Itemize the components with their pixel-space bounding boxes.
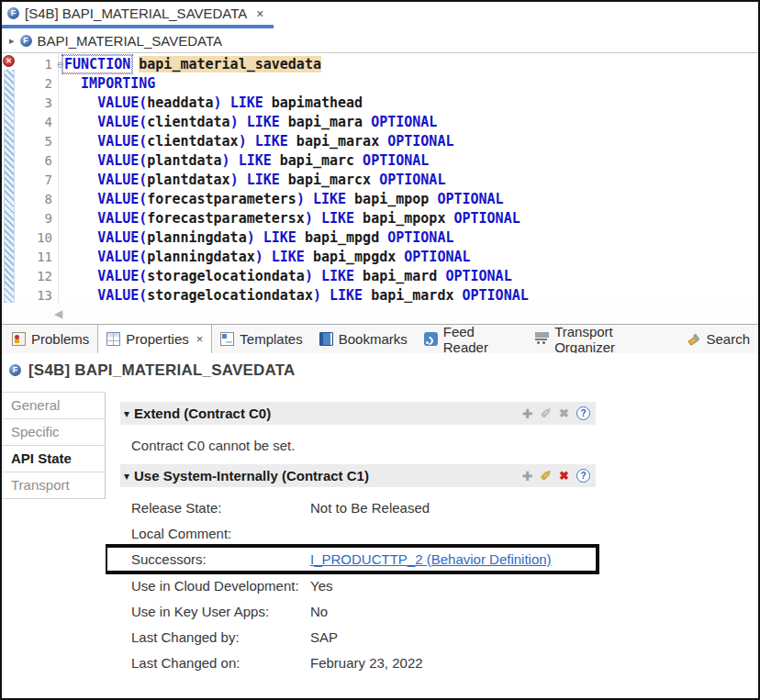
delete-icon[interactable]: ✖ xyxy=(559,470,569,482)
breadcrumb-label[interactable]: BAPI_MATERIAL_SAVEDATA xyxy=(38,33,222,49)
code-token: IMPORTING xyxy=(81,75,155,92)
breadcrumb-expand-icon[interactable]: ▸ xyxy=(9,35,15,47)
close-icon[interactable]: × xyxy=(256,6,263,21)
successor-link[interactable]: I_PRODUCTTP_2 (Behavior Definition) xyxy=(310,551,552,567)
tab-problems[interactable]: Problems xyxy=(4,325,97,353)
sidebar-item-api-state[interactable]: API State xyxy=(2,445,105,472)
section-header[interactable]: ▾Extend (Contract C0)✚✐✖? xyxy=(120,402,596,425)
code-token xyxy=(64,94,97,111)
sidebar-item-specific[interactable]: Specific xyxy=(2,418,105,445)
editor-horizontal-scrollbar[interactable]: ◀ xyxy=(2,303,758,325)
editor-tab-bapi-material-savedata[interactable]: F [S4B] BAPI_MATERIAL_SAVEDATA × xyxy=(2,2,274,28)
tab-templates[interactable]: Templates xyxy=(212,325,310,353)
code-token: ) xyxy=(255,249,263,265)
collapse-triangle-icon[interactable]: ▾ xyxy=(124,407,129,420)
close-icon[interactable]: × xyxy=(196,332,204,346)
code-token: FUNCTION xyxy=(62,55,132,73)
tab-properties[interactable]: Properties× xyxy=(97,325,212,353)
code-text-area[interactable]: FUNCTION bapi_material_savedata IMPORTIN… xyxy=(58,53,758,303)
code-line[interactable]: VALUE(clientdata) LIKE bapi_mara OPTIONA… xyxy=(64,113,758,132)
code-token: clientdata xyxy=(147,114,229,130)
editor-tab-label: [S4B] BAPI_MATERIAL_SAVEDATA xyxy=(25,6,247,21)
tab-feed-reader[interactable]: Feed Reader xyxy=(416,325,527,353)
code-line[interactable]: VALUE(plantdata) LIKE bapi_marc OPTIONAL xyxy=(64,151,758,171)
line-number: 2 xyxy=(16,74,52,94)
properties-title: [S4B] BAPI_MATERIAL_SAVEDATA xyxy=(28,361,296,380)
tab-transport-organizer[interactable]: Transport Organizer xyxy=(527,325,678,353)
code-token: OPTIONAL xyxy=(379,133,453,150)
code-token: VALUE( xyxy=(97,191,147,207)
code-line[interactable]: VALUE(planningdata) LIKE bapi_mpgd OPTIO… xyxy=(64,228,758,248)
collapse-triangle-icon[interactable]: ▾ xyxy=(124,470,129,483)
code-token: LIKE xyxy=(239,152,272,169)
error-icon[interactable]: ✕ xyxy=(3,55,15,67)
code-token: OPTIONAL xyxy=(429,191,503,207)
feed-icon xyxy=(424,332,438,346)
code-token: plantdatax xyxy=(147,172,229,188)
code-token: VALUE( xyxy=(97,249,147,265)
code-token xyxy=(313,268,321,284)
property-label: Last Changed on: xyxy=(131,655,310,671)
code-line[interactable]: FUNCTION bapi_material_savedata xyxy=(64,55,758,74)
code-line[interactable]: VALUE(forecastparametersx) LIKE bapi_mpo… xyxy=(64,209,758,228)
code-line[interactable]: VALUE(headdata) LIKE bapimathead xyxy=(64,94,758,113)
code-token xyxy=(255,229,263,246)
code-token: OPTIONAL xyxy=(363,114,437,130)
line-number: 10 xyxy=(16,228,52,248)
code-token: planningdatax xyxy=(147,249,254,265)
tab-label: Problems xyxy=(31,331,89,347)
code-token xyxy=(64,268,97,284)
code-token xyxy=(239,114,247,130)
code-token: bapi_mpop xyxy=(346,191,429,207)
property-row: Use in Key User Apps:No xyxy=(120,598,758,624)
property-label: Successors: xyxy=(131,551,310,567)
edit-icon[interactable]: ✐ xyxy=(541,406,553,420)
code-token: VALUE( xyxy=(97,172,147,188)
tab-search[interactable]: Search xyxy=(678,325,758,353)
code-line[interactable]: VALUE(forecastparameters) LIKE bapi_mpop… xyxy=(64,190,758,209)
code-token: bapi_mard xyxy=(354,268,437,284)
code-token: OPTIONAL xyxy=(379,229,453,246)
help-icon[interactable]: ? xyxy=(576,469,590,483)
delete-icon[interactable]: ✖ xyxy=(559,407,569,419)
help-icon[interactable]: ? xyxy=(576,406,590,420)
code-token xyxy=(130,56,139,72)
add-icon[interactable]: ✚ xyxy=(522,407,533,420)
application-window: F [S4B] BAPI_MATERIAL_SAVEDATA × ▸ F BAP… xyxy=(0,0,760,700)
code-line[interactable]: VALUE(storagelocationdatax) LIKE bapi_ma… xyxy=(64,286,758,303)
function-module-icon: F xyxy=(9,364,21,376)
function-module-icon: F xyxy=(20,35,32,47)
tab-label: Search xyxy=(706,331,750,347)
code-line[interactable]: VALUE(plantdatax) LIKE bapi_marcx OPTION… xyxy=(64,171,758,190)
code-token xyxy=(64,249,97,265)
sidebar-item-transport[interactable]: Transport xyxy=(2,472,105,499)
add-icon[interactable]: ✚ xyxy=(522,470,533,483)
code-token xyxy=(64,287,97,303)
code-token: OPTIONAL xyxy=(396,249,470,265)
code-line[interactable]: IMPORTING xyxy=(64,74,758,94)
code-token xyxy=(321,287,330,303)
section-header[interactable]: ▾Use System-Internally (Contract C1)✚✐✖? xyxy=(120,464,596,487)
property-row: Last Changed by:SAP xyxy=(120,624,758,650)
scroll-left-icon[interactable]: ◀ xyxy=(54,307,62,320)
code-line[interactable]: VALUE(clientdatax) LIKE bapi_marax OPTIO… xyxy=(64,132,758,151)
sidebar-item-general[interactable]: General xyxy=(2,392,105,418)
code-token: bapi_marax xyxy=(288,133,379,150)
fold-collapse-icon[interactable]: ⊖ xyxy=(57,55,63,74)
tab-label: Bookmarks xyxy=(339,331,408,347)
code-token: VALUE( xyxy=(97,287,147,303)
bookmarks-icon xyxy=(319,332,333,346)
code-token: plantdata xyxy=(147,152,221,169)
code-token: bapi_marc xyxy=(272,152,354,169)
code-editor[interactable]: ✕ 1⊖2345678910111213 FUNCTION bapi_mater… xyxy=(2,53,758,303)
code-token: ) xyxy=(230,114,239,130)
edit-icon[interactable]: ✐ xyxy=(541,469,553,483)
code-token: ) xyxy=(214,94,222,111)
code-token: LIKE xyxy=(255,133,288,150)
code-line[interactable]: VALUE(planningdatax) LIKE bapi_mpgdx OPT… xyxy=(64,248,758,267)
code-line[interactable]: VALUE(storagelocationdata) LIKE bapi_mar… xyxy=(64,267,758,286)
section-title: Extend (Contract C0) xyxy=(134,406,271,421)
tab-bookmarks[interactable]: Bookmarks xyxy=(311,325,416,353)
code-token: ) xyxy=(313,287,321,303)
properties-view-header: F [S4B] BAPI_MATERIAL_SAVEDATA xyxy=(2,353,758,387)
